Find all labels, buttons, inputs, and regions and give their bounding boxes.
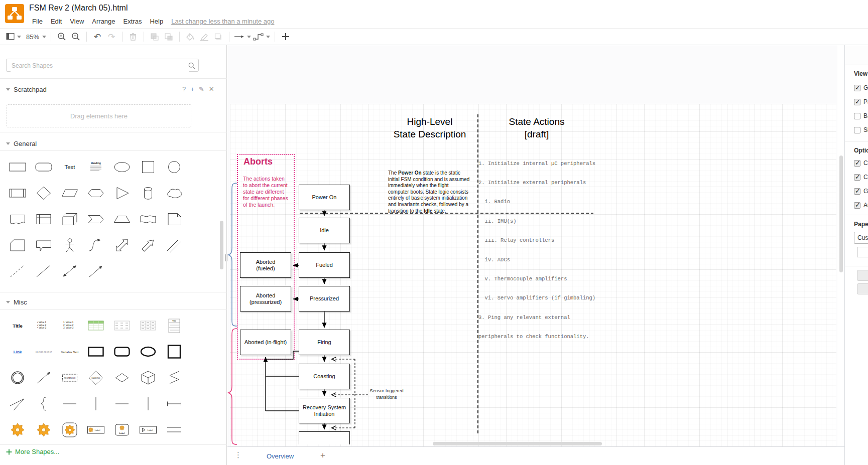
last-change-status[interactable]: Last change less than a minute ago	[171, 18, 274, 25]
shape-double-line[interactable]	[163, 235, 185, 256]
shape-cylinder[interactable]	[137, 183, 159, 204]
shape-card[interactable]	[7, 235, 29, 256]
checkbox-shadow[interactable]: Shadow	[854, 126, 868, 133]
shape-table-grid[interactable]	[137, 315, 159, 336]
shape-timestamp[interactable]: 01 2013 21:09:07	[33, 341, 55, 362]
shape-gear-2[interactable]	[33, 419, 55, 440]
zoom-in-button[interactable]	[56, 30, 68, 43]
shape-vertical-container[interactable]: Title	[163, 315, 185, 336]
shape-curve[interactable]	[85, 235, 107, 256]
checkbox[interactable]	[854, 188, 860, 195]
menu-help[interactable]: Help	[146, 16, 167, 27]
waypoints-button[interactable]	[253, 30, 270, 43]
vertical-scrollbar[interactable]	[839, 156, 843, 272]
shape-table-green[interactable]	[85, 315, 107, 336]
shape-double-circle[interactable]	[7, 367, 29, 388]
checkbox-guides[interactable]: Guides	[854, 188, 868, 195]
redo-button[interactable]: ↷	[105, 30, 117, 43]
scratchpad-help-icon[interactable]: ?	[182, 85, 186, 93]
state-aborted-inflight[interactable]: Aborted (in-flight)	[240, 330, 291, 355]
sensor-transitions-label[interactable]: Sensor-triggered transitions	[367, 388, 406, 400]
shape-hexagon[interactable]	[85, 183, 107, 204]
shape-text[interactable]: Text	[59, 157, 81, 178]
shape-label-gear-rounded[interactable]: Label	[111, 419, 133, 440]
shape-table-plain[interactable]	[111, 315, 133, 336]
checkbox-autosave[interactable]: Autosave	[854, 202, 868, 209]
insert-button[interactable]	[280, 30, 292, 43]
shape-line[interactable]	[33, 261, 55, 282]
state-partial[interactable]	[299, 431, 350, 444]
undo-button[interactable]: ↶	[91, 30, 103, 43]
scratchpad-edit-icon[interactable]: ✎	[199, 85, 204, 93]
shape-ellipse-bold[interactable]	[137, 341, 159, 362]
checkbox-connection-arrows[interactable]: Connection arrows	[854, 160, 868, 167]
shape-sketch-diamond[interactable]: DIAMOND	[85, 367, 107, 388]
aborts-body[interactable]: The actions taken to abort the current s…	[243, 176, 288, 208]
shape-v-line[interactable]	[85, 393, 107, 414]
section-misc[interactable]: Misc	[6, 297, 27, 307]
checkbox-background[interactable]: Background	[854, 112, 868, 119]
shape-step[interactable]	[85, 209, 107, 230]
state-power-on[interactable]: Power On	[299, 185, 350, 210]
shape-sketch-rectangle[interactable]: RECTANGLE	[59, 367, 81, 388]
shape-dashed-line[interactable]	[7, 261, 29, 282]
shape-rounded-rectangle[interactable]	[33, 157, 55, 178]
panel-button-2[interactable]	[857, 283, 868, 294]
power-on-description[interactable]: The Power On state is the static initial…	[388, 170, 469, 214]
shape-triangle[interactable]	[111, 183, 133, 204]
aborts-title[interactable]: Aborts	[243, 157, 273, 167]
shape-actor[interactable]	[59, 235, 81, 256]
horizontal-scrollbar[interactable]	[433, 442, 602, 445]
paper-size-select[interactable]: Custom	[854, 232, 868, 244]
checkbox-grid[interactable]: Grid	[854, 84, 868, 91]
shape-directional-connector[interactable]	[85, 261, 107, 282]
section-general[interactable]: General	[6, 138, 37, 148]
more-shapes-button[interactable]: More Shapes...	[6, 448, 59, 455]
menu-extras[interactable]: Extras	[119, 16, 146, 27]
shape-curly-brace[interactable]	[33, 393, 55, 414]
shape-process[interactable]	[7, 183, 29, 204]
pages-menu-icon[interactable]: ⋮	[234, 450, 242, 459]
shape-h-line-2[interactable]	[111, 393, 133, 414]
shape-isometric-cube[interactable]	[137, 367, 159, 388]
shape-h-line-caps[interactable]	[163, 393, 185, 414]
delete-button[interactable]	[127, 30, 139, 43]
checkbox[interactable]	[854, 113, 860, 119]
scratchpad-drop-area[interactable]: Drag elements here	[7, 104, 191, 127]
state-actions-list[interactable]: 1. Initialize internal µC peripherals 2.…	[478, 147, 595, 353]
page-tab-overview[interactable]: Overview	[260, 447, 301, 465]
zoom-out-button[interactable]	[70, 30, 82, 43]
checkbox[interactable]	[854, 160, 860, 167]
search-input[interactable]	[11, 60, 189, 72]
shape-rectangle-bold[interactable]	[85, 341, 107, 362]
checkbox[interactable]	[854, 202, 860, 209]
shape-numbered-list[interactable]: 1. Value 12. Value 23. Value 3	[59, 315, 81, 336]
shape-double-h-line[interactable]	[163, 419, 185, 440]
checkbox[interactable]	[854, 127, 860, 133]
shape-document[interactable]	[7, 209, 29, 230]
shape-bullet-list[interactable]: • Value 1• Value 2• Value 3	[33, 315, 55, 336]
shape-title-text[interactable]: Title	[7, 315, 29, 336]
shape-link[interactable]: Link	[7, 341, 29, 362]
shape-gear[interactable]	[7, 419, 29, 440]
zoom-level-button[interactable]: 85%	[23, 30, 46, 43]
shape-parallelogram[interactable]	[59, 183, 81, 204]
shape-h-line[interactable]	[59, 393, 81, 414]
shape-label-play-rect[interactable]: Label	[137, 419, 159, 440]
state-pressurized[interactable]: Pressurized	[299, 286, 350, 312]
state-recovery[interactable]: Recovery SystemInitiation	[299, 398, 350, 423]
shape-cube[interactable]	[59, 209, 81, 230]
shape-gear-box[interactable]	[59, 419, 81, 440]
checkbox[interactable]	[854, 174, 860, 181]
shape-polyline[interactable]	[7, 393, 29, 414]
shape-v-line-2[interactable]	[137, 393, 159, 414]
shape-rounded-bold[interactable]	[111, 341, 133, 362]
menu-view[interactable]: View	[66, 16, 88, 27]
shape-cloud[interactable]	[163, 183, 185, 204]
shape-trapezoid[interactable]	[111, 209, 133, 230]
shape-square[interactable]	[137, 157, 159, 178]
shape-bidirectional-arrow[interactable]	[111, 235, 133, 256]
state-coasting[interactable]: Coasting	[299, 364, 350, 389]
shape-bidirectional-connector[interactable]	[59, 261, 81, 282]
header-high-level[interactable]: High-Level State Description	[369, 115, 490, 140]
